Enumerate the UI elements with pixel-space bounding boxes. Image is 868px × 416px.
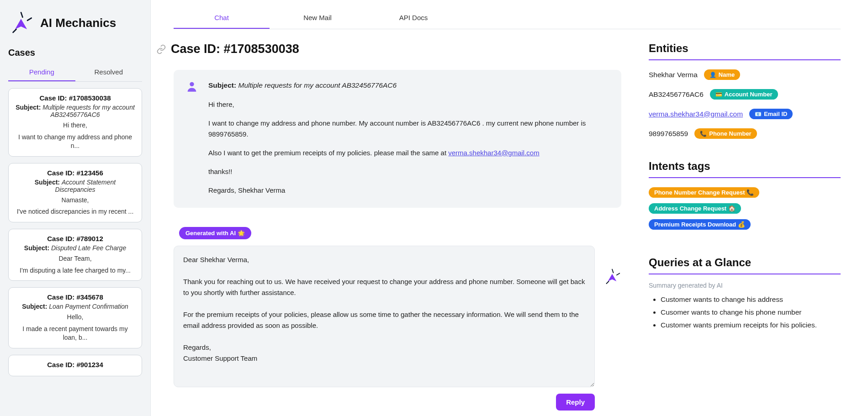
user-avatar-icon [185, 80, 198, 93]
entities-heading: Entities [649, 42, 841, 60]
message-line: Also I want to get the premium receipts … [208, 147, 609, 158]
case-card[interactable]: Case ID: #345678 Subject: Loan Payment C… [8, 287, 142, 348]
reply-button[interactable]: Reply [556, 394, 595, 411]
svg-line-6 [607, 281, 609, 284]
entity-badge-label: Email ID [764, 111, 787, 117]
subject-label: Subject: [22, 303, 49, 310]
subject-label: Subject: [35, 179, 62, 186]
entity-row: Shekhar Verma👤Name [649, 69, 841, 80]
svg-line-1 [27, 18, 32, 21]
reply-textarea[interactable] [174, 246, 595, 387]
case-subject: Disputed Late Fee Charge [51, 244, 126, 252]
message-line: thanks!! [208, 166, 609, 177]
entity-badge-icon: 👤 [709, 72, 716, 78]
link-icon[interactable] [156, 44, 166, 54]
entity-badge-label: Phone Number [709, 130, 751, 137]
sidebar-tab-pending[interactable]: Pending [8, 63, 75, 81]
bot-logo-icon [603, 268, 621, 286]
case-id: Case ID: #1708530038 [15, 94, 135, 102]
entity-badge-icon: 💳 [715, 91, 722, 98]
case-snippet: Hello, [15, 313, 135, 322]
case-id: Case ID: #345678 [15, 293, 135, 301]
case-subject: Account Statement Discrepancies [55, 179, 116, 193]
brand-logo-icon [8, 10, 34, 36]
case-title-row: Case ID: #1708530038 [156, 42, 621, 56]
details-column: Entities Shekhar Verma👤NameAB32456776AC6… [649, 42, 841, 411]
generated-with-ai-chip: Generated with AI 🌟 [179, 227, 251, 239]
entity-value: AB32456776AC6 [649, 90, 704, 99]
case-snippet: I made a recent payment towards my loan,… [15, 325, 135, 342]
queries-pane: Queries at a Glance Summary generated by… [649, 256, 841, 329]
svg-line-5 [617, 273, 619, 275]
message-line: I want to change my address and phone nu… [208, 118, 609, 139]
message-signature: Regards, Shekhar Verma [208, 185, 609, 195]
entity-row: verma.shekhar34@gmail.com📧Email ID [649, 109, 841, 119]
page-title: Case ID: #1708530038 [171, 42, 299, 56]
svg-line-4 [612, 269, 614, 273]
entity-value: 9899765859 [649, 130, 688, 138]
case-snippet: I want to change my address and phone n.… [15, 133, 135, 151]
message-body: Subject: Multiple requests for my accoun… [208, 80, 609, 196]
cases-heading: Cases [8, 47, 142, 58]
entity-badge-label: Name [719, 71, 735, 78]
brand: AI Mechanics [8, 4, 142, 47]
entity-badge: 💳Account Number [710, 89, 778, 100]
brand-name: AI Mechanics [40, 16, 116, 30]
entity-row: 9899765859📞Phone Number [649, 128, 841, 139]
entity-badge-label: Account Number [725, 91, 773, 98]
intents-pane: Intents tags Phone Number Change Request… [649, 160, 841, 235]
sidebar-tabs: Pending Resolved [8, 63, 142, 82]
tab-api-docs[interactable]: API Docs [365, 7, 461, 29]
main-tabs: Chat New Mail API Docs [174, 7, 841, 29]
entity-badge: 📧Email ID [749, 109, 793, 119]
intent-badge: Premium Receipts Download 💰 [649, 219, 751, 230]
case-snippet: I've noticed discrepancies in my recent … [15, 207, 135, 216]
case-id: Case ID: #789012 [15, 235, 135, 242]
case-subject: Loan Payment Confirmation [49, 303, 128, 310]
svg-line-0 [21, 12, 23, 17]
case-card[interactable]: Case ID: #123456 Subject: Account Statem… [8, 163, 142, 222]
sidebar-tab-resolved[interactable]: Resolved [75, 63, 143, 81]
entities-pane: Entities Shekhar Verma👤NameAB32456776AC6… [649, 42, 841, 139]
entity-badge-icon: 📧 [755, 111, 762, 117]
entity-value-link[interactable]: verma.shekhar34@gmail.com [649, 110, 743, 118]
entity-badge: 📞Phone Number [694, 128, 757, 139]
query-item: Customer wants premium receipts for his … [661, 321, 841, 329]
tab-new-mail[interactable]: New Mail [270, 7, 365, 29]
subject-label: Subject: [16, 104, 42, 111]
incoming-message: Subject: Multiple requests for my accoun… [174, 70, 621, 208]
query-item: Cusomer wants to change his phone number [661, 308, 841, 316]
queries-hint: Summary generated by AI [649, 282, 841, 289]
entity-badge: 👤Name [704, 69, 740, 80]
svg-point-3 [190, 82, 194, 86]
case-id: Case ID: #901234 [15, 361, 135, 369]
entity-row: AB32456776AC6💳Account Number [649, 89, 841, 100]
message-email-link[interactable]: verma.shekhar34@gmail.com [448, 149, 539, 157]
message-subject: Multiple requests for my account AB32456… [238, 81, 397, 89]
chat-column: Case ID: #1708530038 Subject: Multiple r… [174, 42, 621, 411]
svg-line-2 [13, 29, 16, 32]
case-snippet: Hi there, [15, 121, 135, 130]
main: Chat New Mail API Docs Case ID: #1708530… [151, 0, 868, 416]
case-subject: Multiple requests for my account AB32456… [42, 104, 135, 118]
entity-value: Shekhar Verma [649, 71, 698, 79]
case-snippet: Dear Team, [15, 254, 135, 263]
entity-badge-icon: 📞 [700, 131, 707, 137]
case-card[interactable]: Case ID: #1708530038 Subject: Multiple r… [8, 88, 142, 157]
intent-badge: Address Change Request 🏠 [649, 203, 741, 214]
subject-label: Subject: [208, 81, 236, 89]
case-snippet: Namaste, [15, 196, 135, 205]
sidebar: AI Mechanics Cases Pending Resolved Case… [0, 0, 151, 416]
case-card[interactable]: Case ID: #789012 Subject: Disputed Late … [8, 229, 142, 281]
query-item: Customer wants to change his address [661, 295, 841, 304]
reply-actions: Reply [174, 394, 621, 411]
case-card[interactable]: Case ID: #901234 [8, 355, 142, 376]
tab-chat[interactable]: Chat [174, 7, 270, 29]
intents-heading: Intents tags [649, 160, 841, 178]
intent-badge: Phone Number Change Request 📞 [649, 187, 759, 198]
reply-block [174, 246, 621, 387]
case-id: Case ID: #123456 [15, 169, 135, 177]
cases-list: Case ID: #1708530038 Subject: Multiple r… [8, 88, 142, 416]
message-line: Hi there, [208, 99, 609, 110]
subject-label: Subject: [24, 244, 51, 252]
